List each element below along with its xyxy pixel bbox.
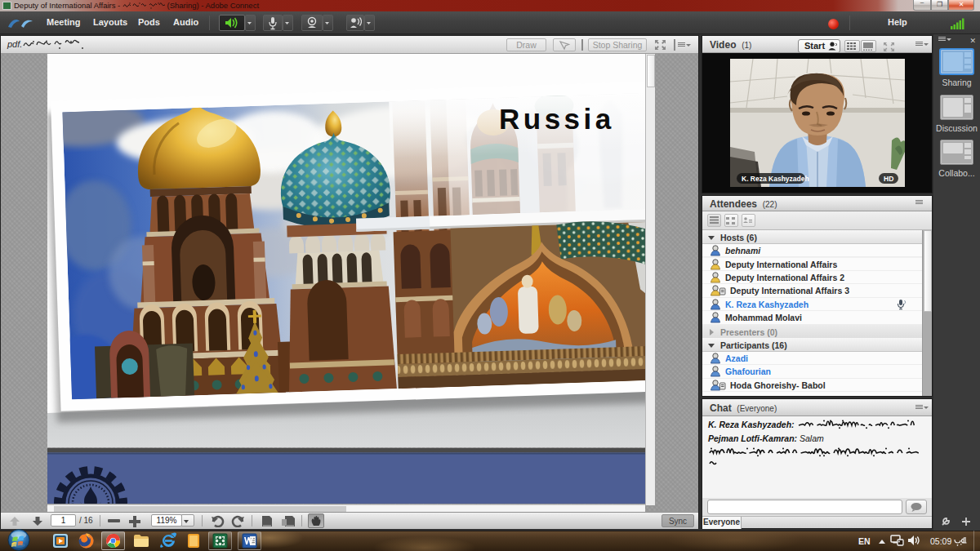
svg-text:HD: HD bbox=[884, 175, 893, 183]
svg-text:K. Reza Kashyzadeh: K. Reza Kashyzadeh bbox=[742, 175, 809, 183]
